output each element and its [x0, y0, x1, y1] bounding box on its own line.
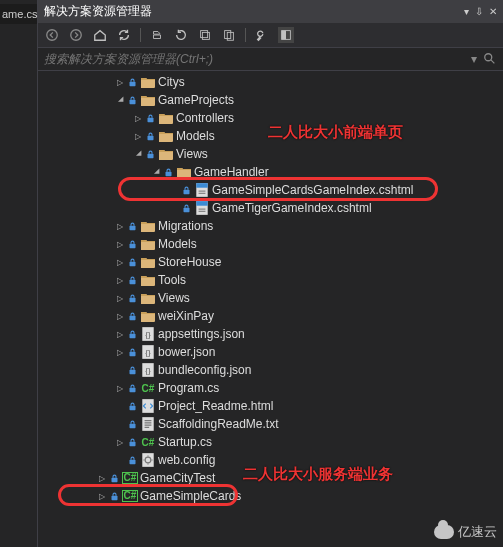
lock-icon	[108, 490, 120, 502]
chevron-down-icon[interactable]	[150, 166, 162, 178]
pin-icon[interactable]: ⇩	[475, 6, 483, 17]
tree-node[interactable]: Citys	[38, 73, 503, 91]
lock-icon	[126, 94, 138, 106]
svg-rect-18	[183, 207, 189, 212]
sync-button[interactable]	[116, 27, 132, 43]
tree-node-label: Controllers	[176, 111, 234, 125]
tree-node[interactable]: GameSimpleCardsGameIndex.cshtml	[38, 181, 503, 199]
chevron-right-icon[interactable]	[114, 274, 126, 286]
dropdown-icon[interactable]: ▾	[464, 6, 469, 17]
lock-icon	[126, 256, 138, 268]
chevron-right-icon[interactable]	[114, 328, 126, 340]
pending-changes-button[interactable]	[149, 27, 165, 43]
back-button[interactable]	[44, 27, 60, 43]
json-icon: {}	[140, 363, 156, 377]
editor-tab[interactable]: ame.cs	[0, 4, 37, 24]
svg-rect-10	[129, 99, 135, 104]
tree-node-label: Tools	[158, 273, 186, 287]
chevron-right-icon[interactable]	[114, 76, 126, 88]
search-input[interactable]	[44, 52, 471, 66]
folder-icon	[158, 129, 174, 143]
solution-explorer-panel: 解决方案资源管理器 ▾ ⇩ ✕ ▾	[38, 0, 503, 547]
chevron-right-icon[interactable]	[114, 220, 126, 232]
svg-rect-37	[129, 405, 135, 410]
tree-node[interactable]: C#Startup.cs	[38, 433, 503, 451]
chevron-right-icon[interactable]	[96, 472, 108, 484]
tree-node[interactable]: C#GameSimpleCards	[38, 487, 503, 505]
lock-icon	[126, 76, 138, 88]
lock-icon	[126, 382, 138, 394]
folder-icon	[158, 111, 174, 125]
lock-icon	[126, 364, 138, 376]
folder-icon	[140, 273, 156, 287]
tree-node[interactable]: GameProjects	[38, 91, 503, 109]
tree-node[interactable]: Views	[38, 145, 503, 163]
tree-node-label: GameCityTest	[140, 471, 215, 485]
lock-icon	[180, 202, 192, 214]
tree-node[interactable]: Controllers	[38, 109, 503, 127]
chevron-right-icon[interactable]	[132, 130, 144, 142]
home-button[interactable]	[92, 27, 108, 43]
chevron-right-icon[interactable]	[96, 490, 108, 502]
svg-rect-30	[129, 351, 135, 356]
chevron-right-icon[interactable]	[114, 436, 126, 448]
svg-rect-7	[282, 31, 286, 40]
svg-text:{}: {}	[145, 330, 151, 339]
tree-node[interactable]: Models	[38, 127, 503, 145]
tree-node[interactable]: GameTigerGameIndex.cshtml	[38, 199, 503, 217]
tree-node[interactable]: Models	[38, 235, 503, 253]
tree-node[interactable]: ScaffoldingReadMe.txt	[38, 415, 503, 433]
chevron-right-icon[interactable]	[114, 238, 126, 250]
close-icon[interactable]: ✕	[489, 6, 497, 17]
tree-node[interactable]: StoreHouse	[38, 253, 503, 271]
chevron-right-icon[interactable]	[114, 292, 126, 304]
properties-button[interactable]	[254, 27, 270, 43]
tree-node-label: Models	[158, 237, 197, 251]
svg-rect-33	[129, 369, 135, 374]
chevron-right-icon[interactable]	[114, 382, 126, 394]
tree-node[interactable]: Tools	[38, 271, 503, 289]
chevron-right-icon[interactable]	[132, 112, 144, 124]
forward-button[interactable]	[68, 27, 84, 43]
tree-node[interactable]: weiXinPay	[38, 307, 503, 325]
chevron-right-icon[interactable]	[114, 256, 126, 268]
json-icon: {}	[140, 327, 156, 341]
svg-text:{}: {}	[145, 366, 151, 375]
tree-node[interactable]: {}bundleconfig.json	[38, 361, 503, 379]
tree-node[interactable]: Project_Readme.html	[38, 397, 503, 415]
svg-text:{}: {}	[145, 348, 151, 357]
folder-icon	[140, 255, 156, 269]
svg-rect-2	[201, 31, 208, 38]
folder-icon	[140, 219, 156, 233]
search-icon[interactable]	[483, 52, 497, 66]
chevron-right-icon[interactable]	[114, 346, 126, 358]
solution-tree[interactable]: CitysGameProjectsControllersModelsViewsG…	[38, 71, 503, 547]
tree-node[interactable]: {}bower.json	[38, 343, 503, 361]
tree-node-label: GameProjects	[158, 93, 234, 107]
cs-icon: C#	[140, 381, 156, 395]
tree-node[interactable]: C#GameCityTest	[38, 469, 503, 487]
preview-button[interactable]	[278, 27, 294, 43]
tree-node[interactable]: {}appsettings.json	[38, 325, 503, 343]
chevron-down-icon[interactable]	[114, 94, 126, 106]
tree-node[interactable]: Migrations	[38, 217, 503, 235]
svg-rect-40	[142, 417, 153, 431]
search-dropdown-icon[interactable]: ▾	[471, 52, 477, 66]
svg-rect-42	[129, 459, 135, 464]
refresh-button[interactable]	[173, 27, 189, 43]
folder-icon	[140, 93, 156, 107]
chevron-down-icon[interactable]	[132, 148, 144, 160]
tree-node[interactable]: web.config	[38, 451, 503, 469]
editor-tab-strip: ame.cs	[0, 0, 38, 547]
tree-node-label: bundleconfig.json	[158, 363, 251, 377]
lock-icon	[144, 148, 156, 160]
tree-node[interactable]: Views	[38, 289, 503, 307]
svg-rect-45	[111, 477, 117, 482]
chevron-right-icon[interactable]	[114, 310, 126, 322]
svg-rect-3	[202, 32, 209, 39]
tree-node[interactable]: C#Program.cs	[38, 379, 503, 397]
svg-point-1	[71, 30, 82, 41]
collapse-all-button[interactable]	[197, 27, 213, 43]
tree-node[interactable]: GameHandler	[38, 163, 503, 181]
show-all-files-button[interactable]	[221, 27, 237, 43]
